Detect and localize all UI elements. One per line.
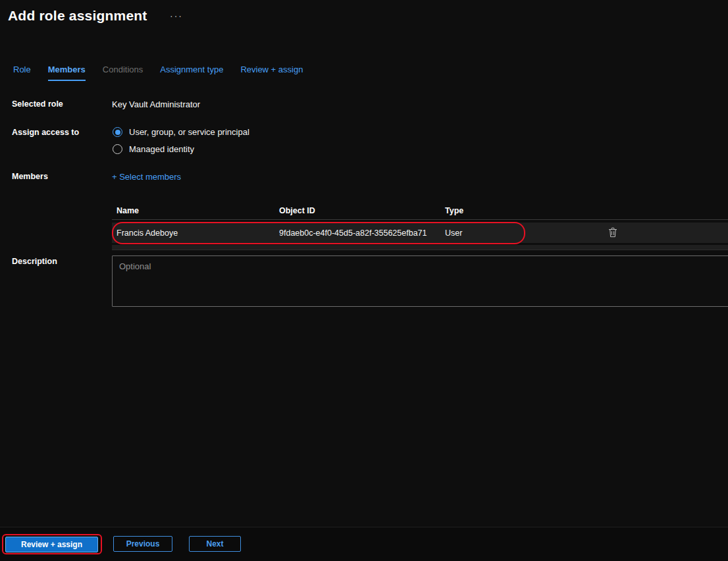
member-type-cell: User xyxy=(440,228,539,238)
member-name-cell: Francis Adeboye xyxy=(112,228,274,238)
more-options-icon[interactable]: ··· xyxy=(170,11,183,21)
radio-selected-icon xyxy=(113,127,122,137)
members-table-header: Name Object ID Type xyxy=(112,201,728,220)
page-title: Add role assignment xyxy=(8,8,147,24)
column-header-type: Type xyxy=(440,206,539,215)
radio-managed-identity[interactable]: Managed identity xyxy=(113,144,194,154)
column-header-object-id: Object ID xyxy=(274,206,440,215)
next-button[interactable]: Next xyxy=(189,536,241,552)
tab-review-assign[interactable]: Review + assign xyxy=(240,65,303,81)
assign-access-label: Assign access to xyxy=(12,128,79,137)
previous-button[interactable]: Previous xyxy=(113,536,172,552)
review-assign-button[interactable]: Review + assign xyxy=(5,537,98,552)
description-label: Description xyxy=(12,257,57,266)
radio-user-group-service-principal[interactable]: User, group, or service principal xyxy=(113,127,249,137)
tab-members[interactable]: Members xyxy=(48,65,86,81)
add-role-assignment-page: { "colors": { "accent_blue": "#479ef5", … xyxy=(0,0,728,561)
tab-assignment-type[interactable]: Assignment type xyxy=(160,65,223,81)
trash-icon xyxy=(608,227,617,238)
description-textarea[interactable] xyxy=(112,255,728,307)
members-label: Members xyxy=(12,172,48,181)
table-row[interactable]: Francis Adeboye 9fdaeb0c-e4f0-45d5-a82f-… xyxy=(112,223,728,243)
footer-bar xyxy=(0,527,728,561)
tab-conditions: Conditions xyxy=(103,65,143,81)
selected-role-label: Selected role xyxy=(12,99,63,109)
member-object-id-cell: 9fdaeb0c-e4f0-45d5-a82f-355625efba71 xyxy=(274,228,440,238)
radio-managed-label: Managed identity xyxy=(129,144,194,154)
select-members-link[interactable]: + Select members xyxy=(112,172,181,182)
table-empty-strip xyxy=(112,245,728,250)
radio-unselected-icon xyxy=(113,144,122,154)
selected-role-value: Key Vault Administrator xyxy=(112,99,200,109)
members-table: Name Object ID Type Francis Adeboye 9fda… xyxy=(112,201,728,250)
radio-user-label: User, group, or service principal xyxy=(129,127,249,137)
tab-role[interactable]: Role xyxy=(13,65,31,81)
tab-bar: Role Members Conditions Assignment type … xyxy=(13,65,303,81)
delete-member-button[interactable] xyxy=(606,225,620,240)
column-header-name: Name xyxy=(112,206,274,215)
